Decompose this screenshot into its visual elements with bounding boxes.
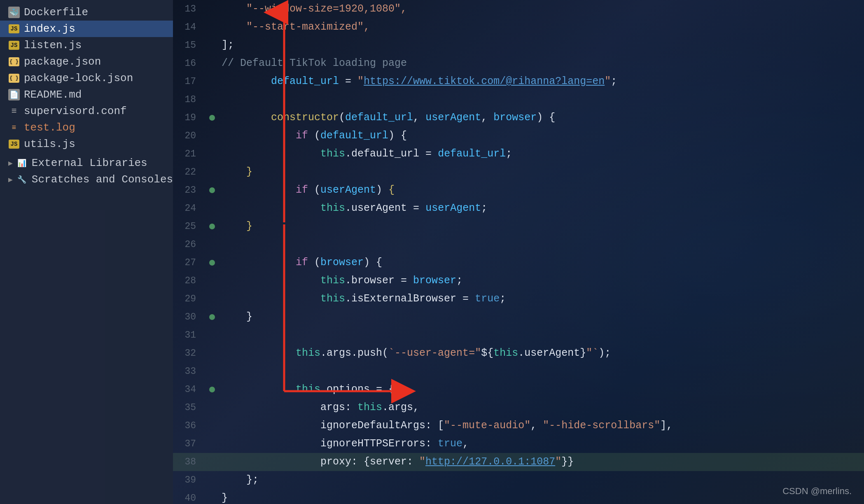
sidebar-item-package-json[interactable]: { } package.json [0, 54, 173, 70]
sidebar-item-label: Scratches and Consoles [32, 173, 173, 186]
sidebar-item-test-log[interactable]: ≡ test.log [0, 119, 173, 136]
sidebar-item-readme[interactable]: 📄 README.md [0, 86, 173, 103]
sidebar-item-listen-js[interactable]: JS listen.js [0, 37, 173, 54]
sidebar-item-label: test.log [24, 121, 75, 134]
code-line-17: 17 default_url = "https://www.tiktok.com… [173, 72, 864, 91]
sidebar-item-label: listen.js [24, 39, 82, 51]
sidebar-item-label: utils.js [24, 138, 75, 150]
code-line-38: 38 proxy: {server: "http://127.0.0.1:108… [173, 453, 864, 471]
code-line-25: 25 } [173, 217, 864, 236]
scratch-icon: 🔧 [16, 174, 28, 185]
js-icon: JS [8, 40, 20, 51]
watermark: CSDN @merlins. [782, 486, 852, 497]
code-line-32: 32 this.args.push(`--user-agent="${this.… [173, 344, 864, 362]
code-line-15: 15 ]; [173, 36, 864, 54]
json-icon: { } [8, 72, 20, 84]
expand-icon: ▶ [8, 159, 13, 168]
sidebar: 🐳 Dockerfile JS index.js JS listen.js { … [0, 0, 173, 504]
code-line-39: 39 }; [173, 471, 864, 489]
sidebar-item-label: README.md [24, 89, 82, 101]
sidebar-item-dockerfile[interactable]: 🐳 Dockerfile [0, 4, 173, 21]
sidebar-item-utils-js[interactable]: JS utils.js [0, 136, 173, 152]
json-icon: { } [8, 56, 20, 68]
log-icon: ≡ [8, 122, 20, 133]
sidebar-item-scratches[interactable]: ▶ 🔧 Scratches and Consoles [0, 171, 173, 188]
code-editor: 13 "--window-size=1920,1080", 14 "--star… [173, 0, 864, 504]
expand-icon-scratch: ▶ [8, 175, 13, 184]
sidebar-item-label: index.js [24, 23, 75, 35]
sidebar-item-label: Dockerfile [24, 6, 88, 19]
conf-icon: ≡ [8, 105, 20, 117]
js-icon: JS [8, 138, 20, 150]
code-line-40: 40 } [173, 489, 864, 504]
code-line-24: 24 this.userAgent = userAgent; [173, 199, 864, 217]
code-line-14: 14 "--start-maximized", [173, 18, 864, 36]
code-lines: 13 "--window-size=1920,1080", 14 "--star… [173, 0, 864, 504]
sidebar-item-label: External Libraries [32, 157, 147, 169]
dockerfile-icon: 🐳 [8, 7, 20, 18]
sidebar-item-external-libraries[interactable]: ▶ 📊 External Libraries [0, 155, 173, 171]
js-icon: JS [8, 23, 20, 35]
sidebar-item-label: supervisord.conf [24, 105, 127, 117]
code-line-30: 30 } [173, 308, 864, 326]
sidebar-item-label: package-lock.json [24, 72, 133, 84]
sidebar-item-label: package.json [24, 56, 101, 68]
code-line-29: 29 this.isExternalBrowser = true; [173, 290, 864, 308]
ext-icon: 📊 [16, 157, 28, 169]
sidebar-item-index-js[interactable]: JS index.js [0, 21, 173, 37]
sidebar-item-package-lock-json[interactable]: { } package-lock.json [0, 70, 173, 86]
code-line-21: 21 this.default_url = default_url; [173, 145, 864, 163]
code-line-13: 13 "--window-size=1920,1080", [173, 0, 864, 18]
md-icon: 📄 [8, 89, 20, 100]
sidebar-item-supervisord[interactable]: ≡ supervisord.conf [0, 103, 173, 119]
